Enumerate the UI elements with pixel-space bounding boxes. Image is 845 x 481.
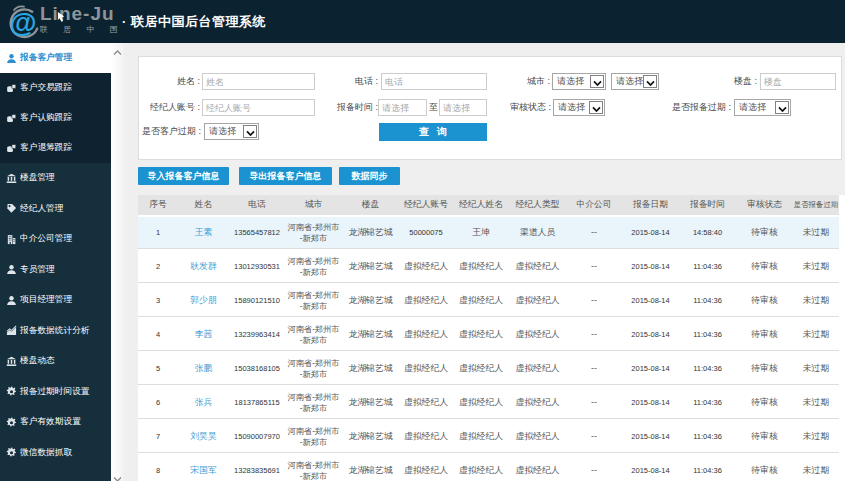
name-input[interactable] <box>202 73 315 90</box>
gear-icon <box>6 447 17 458</box>
cell: -- <box>566 317 622 351</box>
sidebar-scrollbar[interactable] <box>111 43 124 481</box>
col-header-0: 序号 <box>138 195 178 215</box>
city-cell-text: 河南省-郑州市-新郑市 <box>288 427 340 447</box>
bank-icon <box>6 173 17 184</box>
cell: 龙湖锦艺城 <box>342 351 399 385</box>
sidebar-item-label: 楼盘动态 <box>20 355 55 367</box>
search-button[interactable]: 查 询 <box>379 123 487 141</box>
data-sync-button[interactable]: 数据同步 <box>339 167 400 185</box>
sidebar-item-11[interactable]: 楼盘动态 <box>0 346 111 377</box>
phone-input[interactable] <box>381 73 487 90</box>
sidebar-item-12[interactable]: 报备过期时间设置 <box>0 377 111 408</box>
city-label: 城市 : <box>490 73 550 90</box>
cell: 待审核 <box>736 215 793 249</box>
cell: 待审核 <box>736 419 793 453</box>
cell: 龙湖锦艺城 <box>342 317 399 351</box>
table-row-7[interactable]: 7刘昊昊15090007970河南省-郑州市-新郑市龙湖锦艺城虚拟经纪人虚拟经纪… <box>138 419 839 453</box>
cell: 13283835691 <box>229 453 285 481</box>
customer-name-link[interactable]: 李茜 <box>195 329 213 339</box>
page-title: · 联居中国后台管理系统 <box>122 0 266 43</box>
table-row-2[interactable]: 2耿发群13012930531河南省-郑州市-新郑市龙湖锦艺城虚拟经纪人虚拟经纪… <box>138 249 839 283</box>
cell: 河南省-郑州市-新郑市 <box>285 249 342 283</box>
sidebar-item-label: 中介公司管理 <box>20 233 72 245</box>
sidebar-item-7[interactable]: 中介公司管理 <box>0 224 111 255</box>
customer-name-link[interactable]: 张兵 <box>195 397 213 407</box>
cell: 虚拟经纪人 <box>453 385 509 419</box>
cell: 河南省-郑州市-新郑市 <box>285 419 342 453</box>
building-icon <box>6 234 17 245</box>
table-header-row: 序号姓名电话城市楼盘经纪人账号经纪人姓名经纪人类型中介公司报备日期报备时间审核状… <box>138 195 839 215</box>
sidebar-item-6[interactable]: 经纪人管理 <box>0 194 111 225</box>
city-cell-text: 河南省-郑州市-新郑市 <box>288 359 340 379</box>
cell: 张鹏 <box>178 351 229 385</box>
table-row-1[interactable]: 1王素13565457812河南省-郑州市-新郑市龙湖锦艺城50000075王坤… <box>138 215 839 249</box>
customer-name-link[interactable]: 耿发群 <box>190 261 216 271</box>
import-customers-button[interactable]: 导入报备客户信息 <box>138 167 229 185</box>
cell: 虚拟经纪人 <box>453 317 509 351</box>
cell: 虚拟经纪人 <box>509 351 566 385</box>
cell: 虚拟经纪人 <box>509 385 566 419</box>
sidebar-item-8[interactable]: 专员管理 <box>0 255 111 286</box>
customer-name-link[interactable]: 刘昊昊 <box>190 431 216 441</box>
cell: 2015-08-14 <box>622 249 679 283</box>
cell: -- <box>566 283 622 317</box>
cell: 虚拟经纪人 <box>399 317 453 351</box>
customer-name-link[interactable]: 宋国军 <box>190 465 216 475</box>
audit-select[interactable]: 请选择 <box>553 99 605 116</box>
customer-expired-select[interactable]: 请选择 <box>204 123 259 140</box>
agent-input[interactable] <box>202 99 315 116</box>
cell: 未过期 <box>793 283 839 317</box>
table-row-5[interactable]: 5张鹏15038168105河南省-郑州市-新郑市龙湖锦艺城虚拟经纪人虚拟经纪人… <box>138 351 839 385</box>
cell: 河南省-郑州市-新郑市 <box>285 385 342 419</box>
cell: 50000075 <box>399 215 453 249</box>
table-row-8[interactable]: 8宋国军13283835691河南省-郑州市-新郑市龙湖锦艺城虚拟经纪人虚拟经纪… <box>138 453 839 481</box>
cell: 王素 <box>178 215 229 249</box>
sidebar-item-14[interactable]: 微信数据抓取 <box>0 438 111 469</box>
city-cell-text: 河南省-郑州市-新郑市 <box>288 223 340 243</box>
customer-name-link[interactable]: 张鹏 <box>195 363 213 373</box>
cell: 未过期 <box>793 317 839 351</box>
city-province-select[interactable]: 请选择 <box>552 73 606 90</box>
bank-icon <box>6 356 17 367</box>
cubes-icon <box>6 143 17 154</box>
sidebar-item-4[interactable]: 客户退筹跟踪 <box>0 133 111 163</box>
city-city-select[interactable]: 请选择 <box>611 73 659 90</box>
estate-input[interactable] <box>760 73 836 90</box>
scroll-up-icon[interactable] <box>113 49 122 56</box>
cell: 11:04:36 <box>679 249 736 283</box>
table-row-4[interactable]: 4李茜13239963414河南省-郑州市-新郑市龙湖锦艺城虚拟经纪人虚拟经纪人… <box>138 317 839 351</box>
sidebar-item-label: 项目经理管理 <box>20 294 72 306</box>
sidebar-item-2[interactable]: 客户交易跟踪 <box>0 73 111 103</box>
sidebar-item-9[interactable]: 项目经理管理 <box>0 285 111 316</box>
sidebar-item-10[interactable]: 报备数据统计分析 <box>0 316 111 347</box>
table-row-3[interactable]: 3郭少朋15890121510河南省-郑州市-新郑市龙湖锦艺城虚拟经纪人虚拟经纪… <box>138 283 839 317</box>
customer-expired-label: 是否客户过期 : <box>121 123 201 140</box>
report-expired-select[interactable]: 请选择 <box>734 99 791 116</box>
sidebar-item-1[interactable]: 报备客户管理 <box>0 43 111 73</box>
cell: 2015-08-14 <box>622 215 679 249</box>
date-from-input[interactable] <box>378 99 427 116</box>
cell: 王坤 <box>453 215 509 249</box>
col-header-7: 经纪人类型 <box>509 195 566 215</box>
date-to-input[interactable] <box>439 99 487 116</box>
col-header-5: 经纪人账号 <box>399 195 453 215</box>
cell: 李茜 <box>178 317 229 351</box>
sidebar-item-3[interactable]: 客户认购跟踪 <box>0 103 111 133</box>
sidebar-item-5[interactable]: 楼盘管理 <box>0 163 111 194</box>
brand-logo: @ <box>5 3 41 39</box>
sidebar-item-13[interactable]: 客户有效期设置 <box>0 407 111 438</box>
name-label: 姓名 : <box>140 73 200 90</box>
cell: 虚拟经纪人 <box>453 453 509 481</box>
export-customers-button[interactable]: 导出报备客户信息 <box>239 167 332 185</box>
cell: 渠道人员 <box>509 215 566 249</box>
scroll-down-icon[interactable] <box>113 476 122 481</box>
cell: 虚拟经纪人 <box>453 419 509 453</box>
customer-name-link[interactable]: 郭少朋 <box>190 295 216 305</box>
customer-name-link[interactable]: 王素 <box>195 227 213 237</box>
cell: -- <box>566 249 622 283</box>
report-time-label: 报备时间 : <box>308 99 378 116</box>
cell: 虚拟经纪人 <box>453 351 509 385</box>
cell: 2015-08-14 <box>622 283 679 317</box>
table-row-6[interactable]: 6张兵18137865115河南省-郑州市-新郑市龙湖锦艺城虚拟经纪人虚拟经纪人… <box>138 385 839 419</box>
